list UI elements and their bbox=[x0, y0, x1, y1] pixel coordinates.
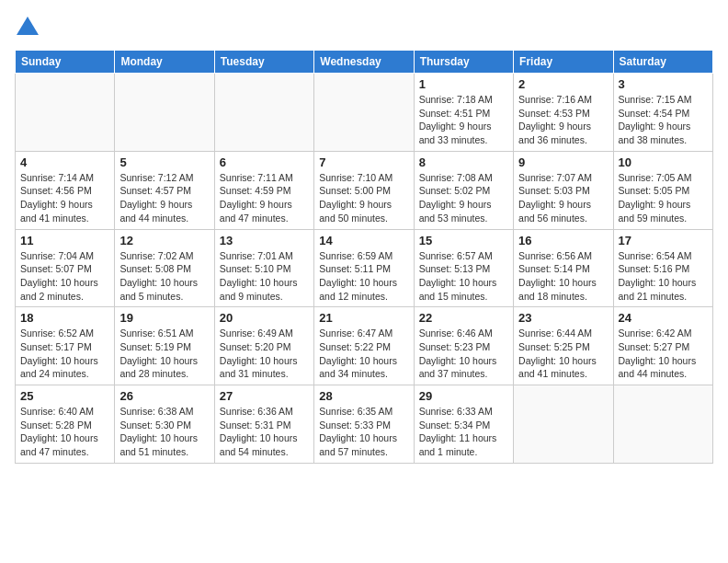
day-info: Sunrise: 6:38 AMSunset: 5:30 PMDaylight:… bbox=[119, 405, 209, 459]
day-number: 12 bbox=[119, 234, 209, 247]
calendar-week-1: 1Sunrise: 7:18 AMSunset: 4:51 PMDaylight… bbox=[16, 74, 713, 152]
weekday-header-saturday: Saturday bbox=[613, 51, 712, 74]
day-info: Sunrise: 6:44 AMSunset: 5:25 PMDaylight:… bbox=[518, 327, 608, 381]
weekday-header-friday: Friday bbox=[514, 51, 613, 74]
day-number: 9 bbox=[518, 155, 608, 169]
day-number: 21 bbox=[319, 311, 408, 325]
day-info: Sunrise: 7:04 AMSunset: 5:07 PMDaylight:… bbox=[20, 249, 109, 304]
calendar-cell: 27Sunrise: 6:36 AMSunset: 5:31 PMDayligh… bbox=[214, 385, 313, 464]
day-info: Sunrise: 7:16 AMSunset: 4:53 PMDaylight:… bbox=[518, 93, 608, 147]
calendar-cell: 9Sunrise: 7:07 AMSunset: 5:03 PMDaylight… bbox=[514, 151, 613, 229]
calendar-cell: 3Sunrise: 7:15 AMSunset: 4:54 PMDaylight… bbox=[613, 74, 712, 152]
calendar-cell: 15Sunrise: 6:57 AMSunset: 5:13 PMDayligh… bbox=[414, 229, 513, 307]
weekday-header-monday: Monday bbox=[115, 51, 214, 74]
calendar-cell: 22Sunrise: 6:46 AMSunset: 5:23 PMDayligh… bbox=[414, 307, 513, 385]
calendar-cell: 8Sunrise: 7:08 AMSunset: 5:02 PMDaylight… bbox=[414, 151, 513, 229]
calendar-cell: 20Sunrise: 6:49 AMSunset: 5:20 PMDayligh… bbox=[214, 307, 313, 385]
calendar-cell bbox=[613, 385, 712, 464]
day-info: Sunrise: 6:36 AMSunset: 5:31 PMDaylight:… bbox=[220, 405, 309, 459]
day-number: 1 bbox=[419, 77, 508, 91]
calendar-cell: 28Sunrise: 6:35 AMSunset: 5:33 PMDayligh… bbox=[314, 385, 414, 464]
day-info: Sunrise: 7:08 AMSunset: 5:02 PMDaylight:… bbox=[419, 171, 508, 225]
calendar-cell bbox=[115, 74, 214, 152]
day-info: Sunrise: 7:07 AMSunset: 5:03 PMDaylight:… bbox=[518, 171, 608, 225]
calendar-cell: 23Sunrise: 6:44 AMSunset: 5:25 PMDayligh… bbox=[514, 307, 613, 385]
day-number: 26 bbox=[119, 389, 209, 403]
calendar-week-4: 18Sunrise: 6:52 AMSunset: 5:17 PMDayligh… bbox=[16, 307, 713, 385]
day-number: 29 bbox=[419, 389, 508, 403]
day-info: Sunrise: 6:33 AMSunset: 5:34 PMDaylight:… bbox=[419, 405, 508, 459]
svg-marker-0 bbox=[17, 17, 39, 35]
day-info: Sunrise: 7:05 AMSunset: 5:05 PMDaylight:… bbox=[619, 171, 708, 225]
day-info: Sunrise: 7:14 AMSunset: 4:56 PMDaylight:… bbox=[20, 171, 109, 225]
calendar-body: 1Sunrise: 7:18 AMSunset: 4:51 PMDaylight… bbox=[16, 74, 713, 464]
day-number: 5 bbox=[119, 155, 209, 169]
calendar-cell: 18Sunrise: 6:52 AMSunset: 5:17 PMDayligh… bbox=[16, 307, 115, 385]
day-number: 2 bbox=[518, 77, 608, 91]
weekday-header-thursday: Thursday bbox=[414, 51, 513, 74]
day-number: 3 bbox=[619, 77, 708, 91]
day-number: 19 bbox=[119, 311, 209, 325]
page-header bbox=[15, 15, 713, 40]
day-number: 23 bbox=[518, 311, 608, 325]
day-info: Sunrise: 7:01 AMSunset: 5:10 PMDaylight:… bbox=[220, 249, 309, 304]
day-number: 25 bbox=[20, 389, 109, 403]
calendar-cell bbox=[16, 74, 115, 152]
day-info: Sunrise: 7:10 AMSunset: 5:00 PMDaylight:… bbox=[319, 171, 408, 225]
weekday-header-tuesday: Tuesday bbox=[214, 51, 313, 74]
day-number: 11 bbox=[20, 234, 109, 247]
calendar-cell: 13Sunrise: 7:01 AMSunset: 5:10 PMDayligh… bbox=[214, 229, 313, 307]
day-number: 16 bbox=[518, 234, 608, 247]
logo bbox=[15, 15, 44, 40]
calendar-week-3: 11Sunrise: 7:04 AMSunset: 5:07 PMDayligh… bbox=[16, 229, 713, 307]
day-info: Sunrise: 7:02 AMSunset: 5:08 PMDaylight:… bbox=[119, 249, 209, 304]
day-info: Sunrise: 6:57 AMSunset: 5:13 PMDaylight:… bbox=[419, 249, 508, 304]
day-info: Sunrise: 6:35 AMSunset: 5:33 PMDaylight:… bbox=[319, 405, 408, 459]
day-info: Sunrise: 7:11 AMSunset: 4:59 PMDaylight:… bbox=[220, 171, 309, 225]
calendar-cell: 26Sunrise: 6:38 AMSunset: 5:30 PMDayligh… bbox=[115, 385, 214, 464]
calendar-cell: 19Sunrise: 6:51 AMSunset: 5:19 PMDayligh… bbox=[115, 307, 214, 385]
weekday-header-wednesday: Wednesday bbox=[314, 51, 414, 74]
calendar-week-2: 4Sunrise: 7:14 AMSunset: 4:56 PMDaylight… bbox=[16, 151, 713, 229]
day-number: 22 bbox=[419, 311, 508, 325]
day-info: Sunrise: 7:12 AMSunset: 4:57 PMDaylight:… bbox=[119, 171, 209, 225]
day-info: Sunrise: 6:46 AMSunset: 5:23 PMDaylight:… bbox=[419, 327, 508, 381]
calendar-cell: 6Sunrise: 7:11 AMSunset: 4:59 PMDaylight… bbox=[214, 151, 313, 229]
day-info: Sunrise: 6:56 AMSunset: 5:14 PMDaylight:… bbox=[518, 249, 608, 304]
calendar-cell: 10Sunrise: 7:05 AMSunset: 5:05 PMDayligh… bbox=[613, 151, 712, 229]
calendar-cell: 11Sunrise: 7:04 AMSunset: 5:07 PMDayligh… bbox=[16, 229, 115, 307]
calendar-cell bbox=[314, 74, 414, 152]
calendar-cell: 17Sunrise: 6:54 AMSunset: 5:16 PMDayligh… bbox=[613, 229, 712, 307]
calendar-cell: 24Sunrise: 6:42 AMSunset: 5:27 PMDayligh… bbox=[613, 307, 712, 385]
calendar-cell: 14Sunrise: 6:59 AMSunset: 5:11 PMDayligh… bbox=[314, 229, 414, 307]
day-number: 15 bbox=[419, 234, 508, 247]
day-number: 17 bbox=[619, 234, 708, 247]
calendar-cell: 12Sunrise: 7:02 AMSunset: 5:08 PMDayligh… bbox=[115, 229, 214, 307]
day-number: 13 bbox=[220, 234, 309, 247]
calendar-cell bbox=[514, 385, 613, 464]
calendar-cell: 7Sunrise: 7:10 AMSunset: 5:00 PMDaylight… bbox=[314, 151, 414, 229]
day-info: Sunrise: 7:18 AMSunset: 4:51 PMDaylight:… bbox=[419, 93, 508, 147]
calendar-cell bbox=[214, 74, 313, 152]
calendar-cell: 25Sunrise: 6:40 AMSunset: 5:28 PMDayligh… bbox=[16, 385, 115, 464]
calendar-cell: 4Sunrise: 7:14 AMSunset: 4:56 PMDaylight… bbox=[16, 151, 115, 229]
day-info: Sunrise: 6:54 AMSunset: 5:16 PMDaylight:… bbox=[619, 249, 708, 304]
day-number: 24 bbox=[619, 311, 708, 325]
day-number: 27 bbox=[220, 389, 309, 403]
day-number: 28 bbox=[319, 389, 408, 403]
day-info: Sunrise: 6:40 AMSunset: 5:28 PMDaylight:… bbox=[20, 405, 109, 459]
calendar-cell: 16Sunrise: 6:56 AMSunset: 5:14 PMDayligh… bbox=[514, 229, 613, 307]
weekday-header-sunday: Sunday bbox=[16, 51, 115, 74]
calendar-table: SundayMondayTuesdayWednesdayThursdayFrid… bbox=[15, 50, 713, 464]
day-info: Sunrise: 6:42 AMSunset: 5:27 PMDaylight:… bbox=[619, 327, 708, 381]
day-info: Sunrise: 7:15 AMSunset: 4:54 PMDaylight:… bbox=[619, 93, 708, 147]
day-info: Sunrise: 6:52 AMSunset: 5:17 PMDaylight:… bbox=[20, 327, 109, 381]
day-info: Sunrise: 6:47 AMSunset: 5:22 PMDaylight:… bbox=[319, 327, 408, 381]
calendar-week-5: 25Sunrise: 6:40 AMSunset: 5:28 PMDayligh… bbox=[16, 385, 713, 464]
day-number: 7 bbox=[319, 155, 408, 169]
calendar-cell: 29Sunrise: 6:33 AMSunset: 5:34 PMDayligh… bbox=[414, 385, 513, 464]
day-info: Sunrise: 6:51 AMSunset: 5:19 PMDaylight:… bbox=[119, 327, 209, 381]
day-number: 20 bbox=[220, 311, 309, 325]
day-number: 4 bbox=[20, 155, 109, 169]
day-number: 18 bbox=[20, 311, 109, 325]
